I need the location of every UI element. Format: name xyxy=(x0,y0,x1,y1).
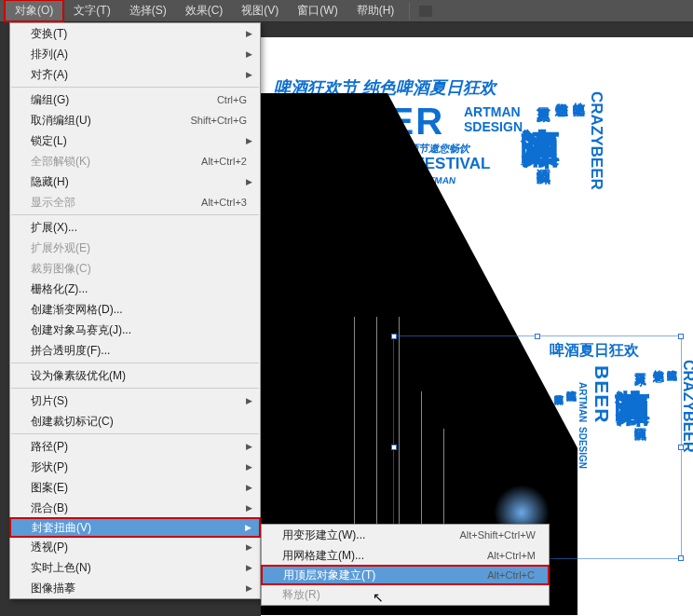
handle-nw[interactable] xyxy=(391,334,397,339)
menu-item[interactable]: 图像描摹 xyxy=(10,578,260,598)
menu-label: 设为像素级优化(M) xyxy=(31,368,126,384)
menu-item[interactable]: 创建对象马赛克(J)... xyxy=(10,320,260,340)
menu-label: 路径(P) xyxy=(31,439,68,455)
menu-label: 用变形建立(W)... xyxy=(282,527,365,543)
menu-item[interactable]: 实时上色(N) xyxy=(10,557,260,578)
menu-item[interactable]: 创建裁切标记(C) xyxy=(10,411,260,431)
divider xyxy=(409,3,410,20)
menu-item[interactable]: 编组(G)Ctrl+G xyxy=(10,89,260,110)
menu-label: 裁剪图像(C) xyxy=(31,261,91,277)
menu-label: 切片(S) xyxy=(31,393,68,409)
menu-label: 图像描摹 xyxy=(31,581,75,596)
cursor-icon: ↖ xyxy=(373,590,384,605)
menu-shortcut: Alt+Ctrl+3 xyxy=(201,197,247,208)
menu-item[interactable]: 透视(P) xyxy=(10,537,260,557)
handle-w[interactable] xyxy=(391,445,397,450)
menu-separator xyxy=(11,388,259,389)
menu-item: 全部解锁(K)Alt+Ctrl+2 xyxy=(10,151,260,171)
menu-label: 形状(P) xyxy=(31,459,68,475)
menu-item[interactable]: 取消编组(U)Shift+Ctrl+G xyxy=(10,110,260,130)
menu-label: 拼合透明度(F)... xyxy=(31,343,110,359)
submenu-item[interactable]: 用变形建立(W)...Alt+Shift+Ctrl+W xyxy=(262,525,549,545)
menu-separator xyxy=(11,87,259,88)
menu-select[interactable]: 选择(S) xyxy=(120,1,176,21)
menu-label: 创建渐变网格(D)... xyxy=(31,302,123,318)
menu-label: 排列(A) xyxy=(31,47,68,62)
handle-ne[interactable] xyxy=(678,334,684,339)
submenu-item: 释放(R) xyxy=(262,584,549,605)
menu-item: 扩展外观(E) xyxy=(10,238,260,258)
object-menu: 变换(T)排列(A)对齐(A)编组(G)Ctrl+G取消编组(U)Shift+C… xyxy=(9,22,261,599)
menu-item[interactable]: 形状(P) xyxy=(10,457,260,477)
menu-item[interactable]: 拼合透明度(F)... xyxy=(10,340,260,361)
menu-help[interactable]: 帮助(H) xyxy=(347,1,404,21)
menu-item[interactable]: 封套扭曲(V) xyxy=(9,517,261,538)
menu-type[interactable]: 文字(T) xyxy=(64,1,119,21)
menu-item[interactable]: 隐藏(H) xyxy=(10,171,260,192)
menu-label: 扩展(X)... xyxy=(31,220,77,236)
menu-label: 编组(G) xyxy=(31,92,69,108)
menu-label: 释放(R) xyxy=(282,587,320,603)
menu-shortcut: Alt+Shift+Ctrl+W xyxy=(459,529,536,541)
menu-item[interactable]: 切片(S) xyxy=(10,390,260,411)
menu-label: 变换(T) xyxy=(31,26,67,42)
art-r-side3: CRAZYBEER xyxy=(680,360,693,453)
menu-label: 用网格建立(M)... xyxy=(282,548,364,564)
menu-item[interactable]: 栅格化(Z)... xyxy=(10,279,260,299)
menu-item[interactable]: 创建渐变网格(D)... xyxy=(10,299,260,320)
menu-item[interactable]: 扩展(X)... xyxy=(10,217,260,238)
menu-label: 全部解锁(K) xyxy=(31,154,90,170)
menu-label: 取消编组(U) xyxy=(31,113,91,129)
menu-item[interactable]: 设为像素级优化(M) xyxy=(10,365,260,386)
menu-shortcut: Shift+Ctrl+G xyxy=(190,115,247,126)
menu-label: 实时上色(N) xyxy=(31,560,91,576)
menu-label: 创建裁切标记(C) xyxy=(31,414,114,430)
menu-view[interactable]: 视图(V) xyxy=(232,1,288,21)
menu-label: 锁定(L) xyxy=(31,133,67,149)
menu-label: 图案(E) xyxy=(31,480,68,496)
menu-item: 显示全部Alt+Ctrl+3 xyxy=(10,192,260,212)
menu-label: 扩展外观(E) xyxy=(31,240,90,256)
menu-label: 混合(B) xyxy=(31,500,68,516)
menu-separator xyxy=(11,433,259,434)
menu-item[interactable]: 锁定(L) xyxy=(10,130,260,151)
menu-separator xyxy=(11,214,259,215)
art-sub2: SDESIGN xyxy=(464,119,523,134)
menu-item[interactable]: 对齐(A) xyxy=(10,64,260,85)
submenu-item[interactable]: 用网格建立(M)...Alt+Ctrl+M xyxy=(262,545,549,566)
menu-label: 显示全部 xyxy=(31,195,75,211)
menu-item[interactable]: 混合(B) xyxy=(10,498,260,518)
menu-label: 透视(P) xyxy=(31,540,68,555)
menu-label: 栅格化(Z)... xyxy=(31,281,88,297)
menu-item[interactable]: 变换(T) xyxy=(10,23,260,44)
menu-shortcut: Ctrl+G xyxy=(217,94,247,105)
handle-se[interactable] xyxy=(678,555,684,561)
handle-n[interactable] xyxy=(535,334,540,339)
menu-shortcut: Alt+Ctrl+M xyxy=(487,550,536,561)
menu-label: 用顶层对象建立(T) xyxy=(283,568,375,583)
menu-separator xyxy=(11,363,259,363)
menu-item[interactable]: 排列(A) xyxy=(10,44,260,64)
submenu-item[interactable]: 用顶层对象建立(T)Alt+Ctrl+C xyxy=(261,565,550,585)
menu-label: 封套扭曲(V) xyxy=(32,520,91,536)
menu-effect[interactable]: 效果(C) xyxy=(176,1,233,21)
menu-shortcut: Alt+Ctrl+C xyxy=(487,569,535,581)
envelope-submenu: 用变形建立(W)...Alt+Shift+Ctrl+W用网格建立(M)...Al… xyxy=(261,524,550,606)
menu-shortcut: Alt+Ctrl+2 xyxy=(201,156,247,167)
workspace-dropdown[interactable] xyxy=(419,6,432,17)
menu-label: 创建对象马赛克(J)... xyxy=(31,322,131,338)
menubar: 对象(O) 文字(T) 选择(S) 效果(C) 视图(V) 窗口(W) 帮助(H… xyxy=(0,0,693,22)
menu-window[interactable]: 窗口(W) xyxy=(288,1,346,21)
art-side3: CRAZYBEER xyxy=(587,91,605,190)
menu-label: 对齐(A) xyxy=(31,67,68,83)
menu-label: 隐藏(H) xyxy=(31,174,69,190)
menu-item: 裁剪图像(C) xyxy=(10,258,260,279)
menu-object[interactable]: 对象(O) xyxy=(4,0,64,22)
menu-item[interactable]: 图案(E) xyxy=(10,477,260,498)
handle-e[interactable] xyxy=(678,445,684,450)
art-sub1: ARTMAN xyxy=(464,104,521,119)
menu-item[interactable]: 路径(P) xyxy=(10,436,260,457)
